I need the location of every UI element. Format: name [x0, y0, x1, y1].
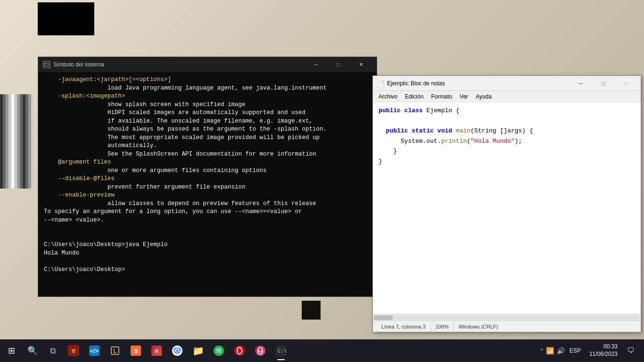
code-keyword-void: void	[438, 127, 456, 134]
chrome-icon	[172, 345, 183, 356]
taskview-button[interactable]: ⧉	[42, 339, 63, 362]
taskbar-app-league[interactable]: L	[105, 339, 125, 362]
notepad-titlebar: Ejemplo: Bloc de notas ─ □ ✕	[373, 76, 641, 91]
taskbar-clock[interactable]: 00:33 11/06/2023	[586, 343, 621, 358]
code-line-1: public class Ejemplo {	[379, 106, 635, 115]
tray-volume-icon[interactable]: 🔊	[557, 347, 565, 354]
code-paren-close: );	[515, 138, 522, 145]
cmd-line-20	[44, 233, 371, 241]
taskbar-app-vscode[interactable]: </>	[84, 339, 105, 362]
taskbar-app-operagx[interactable]: GX	[250, 339, 271, 362]
cmd-line-16: allow classes to depend on preview featu…	[44, 200, 371, 208]
svg-text:GX: GX	[258, 350, 263, 353]
tray-icons: ^ 📶 🔊	[540, 347, 565, 354]
svg-text:S: S	[134, 347, 138, 354]
notification-bell-icon: 🗨	[627, 346, 635, 355]
cmd-maximize-button[interactable]: □	[328, 57, 349, 72]
sublime-icon: S	[130, 345, 141, 356]
notepad-app-icon	[377, 80, 384, 87]
taskbar-app-spotify[interactable]	[208, 339, 229, 362]
cmd-line-10: See the SplashScreen API documentation f…	[44, 150, 371, 159]
code-keyword-static: static	[412, 127, 438, 134]
notepad-content-area[interactable]: public class Ejemplo { public static voi…	[373, 102, 641, 314]
cmd-line-4: show splash screen with specified image	[44, 101, 371, 109]
cmd-close-button[interactable]: ✕	[350, 57, 372, 72]
tray-chevron[interactable]: ^	[540, 347, 543, 354]
cmd-content-area[interactable]: -javaagent:<jarpath>[=<options>] load Ja…	[38, 72, 377, 296]
code-indent	[379, 127, 386, 134]
notepad-menu-bar: Archivo Edición Formato Ver Ayuda	[373, 91, 641, 102]
code-keyword-public: public	[379, 107, 405, 114]
code-keyword-public2: public	[386, 127, 412, 134]
notepad-maximize-button[interactable]: □	[593, 76, 614, 91]
notification-icon[interactable]: 🗨	[623, 339, 638, 362]
valheim-icon: V	[68, 345, 79, 356]
code-class-close: }	[379, 158, 382, 165]
cmd-icon: C:\	[275, 345, 287, 356]
menu-formato[interactable]: Formato	[427, 91, 456, 102]
cmd-app-icon: C:\	[43, 61, 50, 68]
tray-network-icon[interactable]: 📶	[546, 347, 554, 354]
cmd-line-1: -javaagent:<jarpath>[=<options>]	[44, 76, 371, 84]
notepad-statusbar: Línea 7, columna 3 100% Windows (CRLF)	[373, 321, 641, 332]
taskbar-tray: ^ 📶 🔊 ESP 00:33 11/06/2023 🗨	[535, 339, 644, 362]
code-line-5: }	[379, 147, 635, 156]
menu-ayuda[interactable]: Ayuda	[472, 91, 495, 102]
cmd-minimize-button[interactable]: ─	[305, 57, 327, 72]
code-line-6: }	[379, 157, 635, 166]
taskbar-app-opera[interactable]	[229, 339, 250, 362]
search-button[interactable]: 🔍	[23, 339, 42, 362]
taskbar: ⊞ 🔍 ⧉ V </> L	[0, 339, 644, 362]
spotify-icon	[213, 345, 224, 356]
code-keyword-class: class	[405, 107, 427, 114]
cmd-window-controls: ─ □ ✕	[305, 57, 372, 72]
cmd-line-19	[44, 224, 371, 233]
menu-ver[interactable]: Ver	[456, 91, 472, 102]
cmd-titlebar: C:\ Símbolo del sistema ─ □ ✕	[38, 57, 377, 72]
taskbar-app-chrome[interactable]	[167, 339, 188, 362]
cmd-line-3: -splash:<imagepath>	[44, 92, 371, 101]
cmd-line-15: --enable-preview	[44, 191, 371, 200]
taskbar-app-files[interactable]: 📁	[188, 339, 208, 362]
cmd-title-text: Símbolo del sistema	[53, 61, 104, 68]
taskbar-app-rider[interactable]: R	[146, 339, 167, 362]
cmd-line-7: should always be passed as the argument …	[44, 125, 371, 134]
notepad-hscrollbar[interactable]	[373, 314, 641, 321]
cmd-window: C:\ Símbolo del sistema ─ □ ✕ -javaagent…	[38, 57, 377, 297]
taskbar-app-cmd[interactable]: C:\	[271, 339, 291, 362]
cmd-line-5: HiDPI scaled images are automatically su…	[44, 109, 371, 117]
language-indicator[interactable]: ESP	[567, 347, 584, 354]
status-line-col: Línea 7, columna 3	[377, 321, 431, 332]
cmd-line-12: one or more argument files containing op…	[44, 167, 371, 175]
taskbar-app-sublime[interactable]: S	[125, 339, 146, 362]
cmd-line-21: C:\Users\joaco\Desktop>java Ejemplo	[44, 241, 371, 249]
cmd-line-9: automatically.	[44, 142, 371, 150]
cmd-titlebar-left: C:\ Símbolo del sistema	[43, 61, 104, 68]
svg-text:</>: </>	[90, 347, 99, 354]
notepad-window-controls: ─ □ ✕	[570, 76, 637, 91]
svg-point-14	[176, 350, 179, 352]
start-button[interactable]: ⊞	[0, 339, 23, 362]
code-string-hola: "Hola Mundo"	[471, 138, 515, 145]
code-brace-open: {	[456, 107, 460, 114]
cmd-line-24: C:\Users\joaco\Desktop>	[44, 266, 371, 274]
code-method-println: println	[441, 138, 467, 145]
menu-edicion[interactable]: Edición	[401, 91, 427, 102]
cmd-line-22: Hola Mundo	[44, 249, 371, 258]
opera-icon	[234, 345, 245, 356]
cmd-line-8: The most appropriate scaled image provid…	[44, 134, 371, 142]
status-zoom: 100%	[431, 321, 454, 332]
code-paren-open: (	[467, 138, 471, 145]
taskbar-app-valheim[interactable]: V	[63, 339, 84, 362]
taskview-icon: ⧉	[47, 345, 58, 356]
rider-icon: R	[151, 345, 162, 356]
hscroll-thumb[interactable]	[374, 315, 393, 320]
code-method-main: main	[456, 127, 471, 134]
notepad-close-button[interactable]: ✕	[615, 76, 637, 91]
vscode-icon: </>	[89, 345, 100, 356]
code-classname: Ejemplo	[426, 107, 455, 114]
menu-archivo[interactable]: Archivo	[375, 91, 401, 102]
league-icon: L	[109, 345, 121, 356]
notepad-minimize-button[interactable]: ─	[570, 76, 592, 91]
start-icon: ⊞	[8, 346, 15, 356]
